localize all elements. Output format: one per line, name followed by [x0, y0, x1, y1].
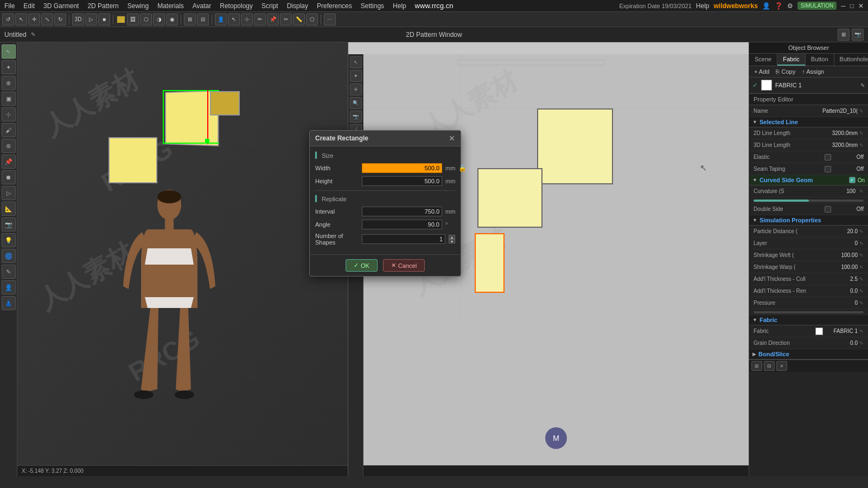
tool-cam[interactable]: 📷 — [2, 217, 16, 232]
dialog-height-input[interactable] — [362, 176, 442, 186]
tool-snap[interactable]: ⋯ — [324, 14, 336, 25]
tool-sim[interactable]: ▷ — [85, 14, 97, 25]
section-bond-slice[interactable]: ▶ Bond/Slice — [749, 349, 868, 359]
menu-3d-garment[interactable]: 3D Garment — [43, 2, 79, 10]
check-curved[interactable]: ✓ — [849, 177, 856, 183]
tool-wire[interactable]: ⬡ — [140, 14, 152, 25]
tool-brush[interactable]: ✏ — [254, 14, 266, 25]
dialog-ok-btn[interactable]: ✓ OK — [346, 259, 378, 272]
tool-scale[interactable]: ⤡ — [41, 14, 53, 25]
fabric-item-1[interactable]: ✓ FABRIC 1 ✎ — [749, 78, 868, 93]
section-selected-line[interactable]: ▼ Selected Line — [749, 117, 868, 127]
fabric-edit-1[interactable]: ✎ — [860, 82, 865, 88]
tool-grid2[interactable]: ⊟ — [197, 14, 209, 25]
tool-sim2[interactable]: ▷ — [2, 186, 16, 200]
lock-icon[interactable]: 🔒 — [458, 164, 467, 172]
tool2d-move[interactable]: ✛ — [350, 84, 362, 95]
edit-pressure[interactable]: ✎ — [859, 300, 864, 306]
section-curved-side[interactable]: ▼ Curved Side Geom ✓ On — [749, 175, 868, 185]
dialog-interval-input[interactable] — [362, 207, 442, 216]
tool-annotate[interactable]: ✎ — [2, 265, 16, 279]
tool-sym[interactable]: ⬡ — [306, 14, 318, 25]
close-btn[interactable]: ✕ — [858, 2, 864, 10]
tool-render[interactable]: ◉ — [166, 14, 178, 25]
check-seam-taping[interactable] — [825, 166, 831, 172]
tool-shade[interactable]: ◑ — [153, 14, 165, 25]
edit-2d-line[interactable]: ✎ — [859, 131, 864, 136]
tool-light[interactable]: 💡 — [2, 233, 16, 247]
tool-wind[interactable]: 🌀 — [2, 249, 16, 263]
tool-sew[interactable]: ✂ — [280, 14, 292, 25]
pattern-rect-large[interactable] — [537, 108, 613, 184]
snap-btn[interactable]: ⊞ — [838, 29, 850, 41]
tool-arrow[interactable]: ↖ — [2, 44, 16, 59]
dialog-width-input[interactable] — [362, 163, 442, 173]
edit-particle[interactable]: ✎ — [859, 229, 864, 234]
edit-grain[interactable]: ✎ — [859, 341, 864, 346]
edit-thick-coll[interactable]: ✎ — [859, 277, 864, 282]
edit-fabric-mat[interactable]: ✎ — [859, 329, 864, 334]
tool2d-cam[interactable]: 📷 — [350, 111, 362, 123]
camera-btn[interactable]: 📷 — [852, 29, 864, 41]
edit-shrink-weft[interactable]: ✎ — [859, 253, 864, 258]
menu-avatar[interactable]: Avatar — [193, 2, 211, 10]
section-sim-props[interactable]: ▼ Simulation Properties — [749, 215, 868, 226]
tool2d-edit[interactable]: ✦ — [350, 70, 362, 82]
tool-record[interactable]: ⏺ — [2, 170, 16, 184]
slider-pressure[interactable] — [754, 311, 864, 313]
pattern-rect-mid[interactable] — [477, 168, 542, 228]
help-icon[interactable]: ❓ — [775, 2, 783, 10]
tab-buttonhole[interactable]: Buttonhole — [834, 54, 868, 66]
menu-display[interactable]: Display — [287, 2, 308, 10]
tool-avatar2[interactable]: 👤 — [2, 280, 16, 294]
dialog-angle-input[interactable] — [362, 220, 442, 229]
obj-copy-btn[interactable]: ⎘ Copy — [774, 68, 797, 75]
edit-curvature[interactable]: ✎ — [859, 189, 864, 194]
tool-fabric-color[interactable] — [116, 15, 126, 24]
menu-settings[interactable]: Settings — [361, 2, 384, 10]
tool-transform[interactable]: ⊕ — [2, 76, 16, 90]
edit-thick-ren[interactable]: ✎ — [859, 288, 864, 294]
menu-help[interactable]: Help — [393, 2, 406, 10]
tool-3d[interactable]: 3D — [72, 14, 84, 25]
tool-garment[interactable]: 👗 — [2, 296, 16, 310]
section-fabric[interactable]: ▼ Fabric — [749, 315, 868, 325]
maximize-btn[interactable]: □ — [850, 2, 854, 10]
dialog-numshapes-input[interactable] — [362, 234, 445, 244]
prop-name-edit[interactable]: ✎ — [859, 108, 864, 114]
menu-preferences[interactable]: Preferences — [317, 2, 352, 10]
tool2d-select[interactable]: ↖ — [350, 56, 362, 68]
tool-box-sel[interactable]: ▣ — [2, 92, 16, 106]
edit-3d-line[interactable]: ✎ — [859, 143, 864, 148]
check-elastic[interactable] — [825, 154, 831, 160]
tool-grid[interactable]: ⊞ — [184, 14, 196, 25]
slider-curvature[interactable] — [754, 200, 864, 202]
menu-file[interactable]: File — [4, 2, 15, 10]
create-rectangle-dialog[interactable]: Create Rectangle ✕ Size Width mm 🔒 Heigh… — [309, 130, 461, 277]
tool-select[interactable]: ↖ — [15, 14, 27, 25]
settings-icon[interactable]: ⚙ — [787, 2, 793, 10]
menu-script[interactable]: Script — [261, 2, 278, 10]
tool-paint[interactable]: 🖌 — [2, 123, 16, 137]
tool-lasso[interactable]: ⊹ — [241, 14, 253, 25]
tab-fabric[interactable]: Fabric — [777, 54, 806, 66]
spinner-down[interactable]: ▼ — [449, 239, 455, 243]
obj-add-btn[interactable]: + Add — [752, 68, 771, 75]
tool2d-zoom[interactable]: 🔍 — [350, 97, 362, 109]
obj-assign-btn[interactable]: ↑ Assign — [800, 68, 826, 75]
tool-rotate2[interactable]: ↻ — [54, 14, 66, 25]
edit-layer[interactable]: ✎ — [859, 241, 864, 246]
edit-shrink-warp[interactable]: ✎ — [859, 265, 864, 270]
menu-sewing[interactable]: Sewing — [127, 2, 149, 10]
dialog-close-btn[interactable]: ✕ — [449, 134, 455, 143]
tool-avatar[interactable]: 👤 — [215, 14, 227, 25]
tool-lasso2[interactable]: ⊹ — [2, 107, 16, 121]
spinner-up[interactable]: ▲ — [449, 235, 455, 239]
tool-magnet[interactable]: ⊛ — [2, 139, 16, 153]
fabric-check-1[interactable]: ✓ — [752, 81, 758, 89]
tool-edit-pt[interactable]: ✦ — [2, 60, 16, 74]
menu-edit[interactable]: Edit — [23, 2, 35, 10]
tool-rotate[interactable]: ↺ — [2, 14, 14, 25]
user-icon[interactable]: 👤 — [762, 2, 770, 10]
sim-mode[interactable]: SIMULATION — [797, 2, 837, 10]
